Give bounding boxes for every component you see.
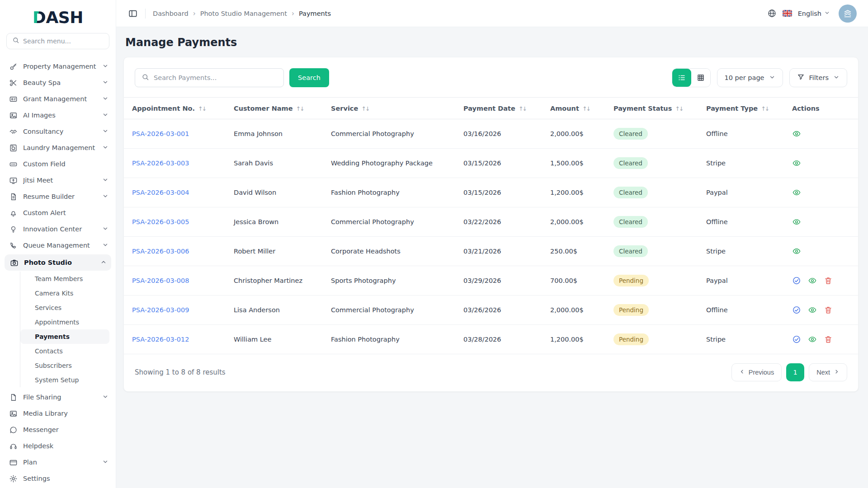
view-eye-icon[interactable] xyxy=(792,159,801,168)
column-header-appointment-no[interactable]: Appointment No.↑↓ xyxy=(124,98,226,119)
payments-search[interactable] xyxy=(135,68,284,87)
table-header-row: Appointment No.↑↓Customer Name↑↓Service↑… xyxy=(124,98,858,119)
sidebar-item-jitsi-meet[interactable]: Jitsi Meet xyxy=(0,172,116,188)
appointment-no-link[interactable]: PSA-2026-03-003 xyxy=(124,149,226,178)
grid-view-icon[interactable] xyxy=(691,69,710,87)
status-badge: Cleared xyxy=(613,128,648,140)
sort-icon[interactable]: ↑↓ xyxy=(198,105,206,112)
sidebar-subitem-appointments[interactable]: Appointments xyxy=(20,315,109,329)
column-header-payment-date[interactable]: Payment Date↑↓ xyxy=(455,98,542,119)
phone-icon xyxy=(9,241,18,250)
per-page-select[interactable]: 10 per page xyxy=(717,68,783,87)
view-toggle xyxy=(672,68,711,87)
delete-trash-icon[interactable] xyxy=(824,276,833,285)
view-eye-icon[interactable] xyxy=(792,247,801,256)
sort-icon[interactable]: ↑↓ xyxy=(361,105,369,112)
view-eye-icon[interactable] xyxy=(792,129,801,138)
sidebar-item-helpdesk[interactable]: Helpdesk xyxy=(0,438,116,454)
breadcrumb-item-dashboard[interactable]: Dashboard xyxy=(153,10,189,17)
sidebar-item-media-library[interactable]: Media Library xyxy=(0,405,116,422)
sidebar-item-custom-alert[interactable]: Custom Alert xyxy=(0,205,116,221)
payments-table: Appointment No.↑↓Customer Name↑↓Service↑… xyxy=(124,97,858,354)
breadcrumb-item-payments[interactable]: Payments xyxy=(299,10,331,17)
key-icon xyxy=(9,62,18,71)
view-eye-icon[interactable] xyxy=(792,188,801,197)
payments-search-input[interactable] xyxy=(154,74,277,81)
sidebar-item-beauty-spa[interactable]: Beauty Spa xyxy=(0,75,116,91)
sidebar-subitem-system-setup[interactable]: System Setup xyxy=(20,373,109,387)
approve-check-icon[interactable] xyxy=(792,305,801,314)
sidebar-item-settings[interactable]: Settings xyxy=(0,470,116,487)
sidebar-item-queue-management[interactable]: Queue Management xyxy=(0,237,116,253)
view-eye-icon[interactable] xyxy=(792,217,801,226)
sidebar-item-plan[interactable]: Plan xyxy=(0,454,116,470)
appointment-no-link[interactable]: PSA-2026-03-009 xyxy=(124,296,226,325)
sort-icon[interactable]: ↑↓ xyxy=(761,105,769,112)
sidebar-item-ai-images[interactable]: AI Images xyxy=(0,107,116,123)
approve-check-icon[interactable] xyxy=(792,276,801,285)
appointment-no-link[interactable]: PSA-2026-03-004 xyxy=(124,178,226,207)
sidebar-item-photo-studio[interactable]: Photo Studio xyxy=(5,254,111,271)
list-view-icon[interactable] xyxy=(672,69,691,87)
sidebar-item-file-sharing[interactable]: File Sharing xyxy=(0,389,116,405)
chevron-down-icon xyxy=(102,95,108,103)
avatar[interactable] xyxy=(839,5,857,23)
delete-trash-icon[interactable] xyxy=(824,305,833,314)
sidebar-subitem-payments[interactable]: Payments xyxy=(20,329,109,344)
column-header-amount[interactable]: Amount↑↓ xyxy=(542,98,605,119)
sort-icon[interactable]: ↑↓ xyxy=(675,105,683,112)
sidebar-item-messenger[interactable]: Messenger xyxy=(0,422,116,438)
sidebar-item-clipped[interactable] xyxy=(0,54,116,58)
view-eye-icon[interactable] xyxy=(808,305,817,314)
column-header-customer-name[interactable]: Customer Name↑↓ xyxy=(226,98,323,119)
column-header-service[interactable]: Service↑↓ xyxy=(323,98,455,119)
sidebar-subitem-camera-kits[interactable]: Camera Kits xyxy=(20,286,109,300)
sort-icon[interactable]: ↑↓ xyxy=(519,105,526,112)
page-number-active[interactable]: 1 xyxy=(786,363,804,381)
sidebar-item-resume-builder[interactable]: Resume Builder xyxy=(0,188,116,205)
sidebar-item-custom-field[interactable]: Custom Field xyxy=(0,156,116,172)
sidebar-subitem-contacts[interactable]: Contacts xyxy=(20,344,109,358)
sidebar-toggle-icon[interactable] xyxy=(128,9,138,19)
appointment-no-link[interactable]: PSA-2026-03-006 xyxy=(124,237,226,266)
sidebar-item-innovation-center[interactable]: Innovation Center xyxy=(0,221,116,237)
view-eye-icon[interactable] xyxy=(808,276,817,285)
document-icon xyxy=(9,192,18,201)
table-body: PSA-2026-03-001 Emma Johnson Commercial … xyxy=(124,119,858,354)
delete-trash-icon[interactable] xyxy=(824,335,833,344)
language-label: English xyxy=(798,10,821,17)
sidebar-subitem-team-members[interactable]: Team Members xyxy=(20,272,109,286)
language-selector[interactable]: English xyxy=(798,10,830,17)
search-button[interactable]: Search xyxy=(289,68,329,87)
customer-name-cell: Robert Miller xyxy=(226,237,323,266)
sidebar-search[interactable] xyxy=(6,33,109,49)
sidebar-search-input[interactable] xyxy=(23,38,104,45)
sidebar-item-property-management[interactable]: Property Management xyxy=(0,58,116,75)
service-cell: Sports Photography xyxy=(323,266,455,296)
sidebar-subitem-services[interactable]: Services xyxy=(20,300,109,315)
column-header-payment-type[interactable]: Payment Type↑↓ xyxy=(698,98,784,119)
view-eye-icon[interactable] xyxy=(808,335,817,344)
amount-cell: 1,500.00$ xyxy=(542,149,605,178)
globe-icon[interactable] xyxy=(767,9,777,18)
sidebar-item-grant-management[interactable]: Grant Management xyxy=(0,91,116,107)
table-row: PSA-2026-03-004 David Wilson Fashion Pho… xyxy=(124,178,858,207)
appointment-no-link[interactable]: PSA-2026-03-001 xyxy=(124,119,226,149)
sidebar-item-laundry-management[interactable]: Laundry Management xyxy=(0,140,116,156)
next-page-button[interactable]: Next xyxy=(809,363,847,381)
filters-button[interactable]: Filters xyxy=(789,68,847,87)
sidebar-item-consultancy[interactable]: Consultancy xyxy=(0,123,116,140)
approve-check-icon[interactable] xyxy=(792,335,801,344)
sort-icon[interactable]: ↑↓ xyxy=(582,105,590,112)
appointment-no-link[interactable]: PSA-2026-03-005 xyxy=(124,207,226,237)
payment-type-cell: Stripe xyxy=(698,237,784,266)
breadcrumb-item-photo-studio-management[interactable]: Photo Studio Management xyxy=(200,10,287,17)
chevron-down-icon xyxy=(102,394,108,401)
sidebar-subitem-subscribers[interactable]: Subscribers xyxy=(20,358,109,373)
sort-icon[interactable]: ↑↓ xyxy=(296,105,304,112)
column-header-payment-status[interactable]: Payment Status↑↓ xyxy=(605,98,698,119)
appointment-no-link[interactable]: PSA-2026-03-012 xyxy=(124,325,226,354)
file-icon xyxy=(9,393,18,402)
previous-page-button[interactable]: Previous xyxy=(731,363,782,381)
appointment-no-link[interactable]: PSA-2026-03-008 xyxy=(124,266,226,296)
